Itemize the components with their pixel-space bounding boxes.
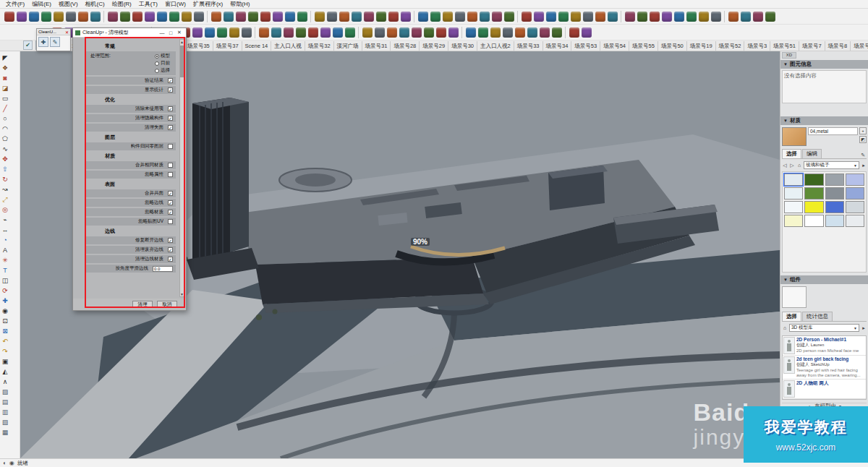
material-swatch[interactable]: [784, 187, 803, 200]
toolbar-icon[interactable]: [504, 12, 514, 22]
scene-tab[interactable]: 场景号52: [716, 41, 745, 51]
toolbar-icon[interactable]: [448, 27, 459, 38]
toolbar-icon[interactable]: [490, 27, 501, 38]
materials-tab-select[interactable]: 选择: [782, 149, 801, 158]
toolbar-icon[interactable]: [387, 27, 397, 38]
toolbar-icon[interactable]: [333, 27, 343, 38]
material-swatch[interactable]: [784, 173, 803, 186]
toolbar-icon[interactable]: [320, 27, 331, 38]
radio-icon[interactable]: [155, 69, 159, 73]
material-swatch[interactable]: [825, 187, 844, 200]
shaded-style-icon[interactable]: ▧: [1, 418, 10, 427]
material-swatch[interactable]: [784, 215, 803, 227]
checkbox-icon[interactable]: ✓: [168, 106, 173, 111]
dialog-option-row[interactable]: 清理边线材质✓: [86, 255, 176, 263]
dimension-tool-icon[interactable]: ↔: [1, 226, 10, 235]
paint-brush-icon[interactable]: ✎: [859, 153, 867, 158]
toolbar-icon[interactable]: [17, 12, 27, 22]
toolbar-icon[interactable]: [145, 12, 155, 22]
menu-item[interactable]: 编辑(E): [28, 0, 55, 8]
toolbar-icon[interactable]: [284, 27, 294, 38]
hidden-line-style-icon[interactable]: ▥: [1, 408, 10, 417]
orbit-tool-icon[interactable]: ⟳: [1, 286, 10, 296]
dialog-option-row[interactable]: 合并共面✓: [86, 189, 176, 197]
dialog-option-row[interactable]: 忽略属性: [86, 171, 176, 179]
toolbar-icon[interactable]: [540, 27, 550, 38]
cleanup-ok-button[interactable]: 清理: [132, 301, 153, 308]
paint-bucket-icon[interactable]: ◙: [1, 74, 10, 83]
toolbar-icon[interactable]: [527, 27, 537, 38]
toolbar-icon[interactable]: [595, 12, 605, 22]
toolbar-icon[interactable]: [728, 12, 739, 22]
material-swatch[interactable]: [784, 201, 803, 213]
text-tool-icon[interactable]: A: [1, 246, 10, 255]
scroll-down-icon[interactable]: ▼: [180, 292, 184, 296]
scene-tab[interactable]: 场景号30: [448, 41, 477, 51]
menu-item[interactable]: 相机(C): [82, 0, 109, 8]
toolbar-icon[interactable]: [308, 27, 318, 38]
menu-item[interactable]: 窗口(W): [161, 0, 190, 8]
look-around-icon[interactable]: ◭: [1, 367, 10, 377]
toolbar-icon[interactable]: [192, 27, 203, 38]
toolbar-icon[interactable]: [260, 12, 271, 22]
toolbar-icon[interactable]: [364, 12, 374, 22]
radio-option[interactable]: 目前: [155, 60, 170, 67]
toolbar-icon[interactable]: [466, 27, 476, 38]
circle-tool-icon[interactable]: ○: [1, 114, 10, 124]
active-material-thumbnail[interactable]: [782, 127, 807, 146]
next-view-icon[interactable]: ↷: [1, 347, 10, 356]
toolbar-icon[interactable]: [194, 12, 204, 22]
toolbar-icon[interactable]: [296, 27, 306, 38]
toolbar-icon[interactable]: [478, 27, 488, 38]
toolbar-icon[interactable]: [571, 12, 581, 22]
close-icon[interactable]: ✕: [65, 30, 69, 35]
scene-tab[interactable]: 场景号32: [305, 41, 334, 51]
entity-info-header[interactable]: ▼ 图元信息: [780, 60, 868, 69]
menu-item[interactable]: 工具(T): [135, 0, 161, 8]
toolbar-icon[interactable]: [625, 12, 635, 22]
material-swatch[interactable]: [846, 173, 864, 186]
cleanup-cancel-button[interactable]: 取消: [157, 301, 177, 308]
radio-icon[interactable]: [155, 54, 159, 59]
rotate-tool-icon[interactable]: ↻: [1, 175, 10, 184]
toolbar-icon[interactable]: [132, 12, 142, 22]
scene-tab[interactable]: 场景号8: [825, 41, 851, 51]
dialog-option-row[interactable]: 清除未使用项✓: [86, 105, 176, 113]
toolbar-icon[interactable]: [608, 12, 618, 22]
previous-view-icon[interactable]: ↶: [1, 337, 10, 346]
create-material-button[interactable]: +: [859, 127, 867, 134]
cleanup-inspect-icon[interactable]: ✎: [50, 37, 60, 47]
toolbar-icon[interactable]: [157, 12, 167, 22]
smooth-angle-input[interactable]: 0.0: [153, 266, 173, 272]
toolbar-icon[interactable]: [455, 12, 465, 22]
toolbar-icon[interactable]: [108, 12, 118, 22]
pan-tool-icon[interactable]: ✚: [1, 296, 10, 306]
checkbox-icon[interactable]: ✓: [168, 78, 173, 83]
menu-item[interactable]: 文件(F): [2, 0, 28, 8]
toolbar-icon[interactable]: [248, 12, 258, 22]
material-swatch[interactable]: [846, 201, 864, 213]
dialog-option-row[interactable]: 忽略贴图UV: [86, 218, 176, 226]
toolbar-icon[interactable]: [753, 12, 763, 22]
scene-tab[interactable]: 主入口人视2: [477, 41, 514, 51]
scene-tab[interactable]: 场景号33: [514, 41, 543, 51]
scroll-up-icon[interactable]: ▲: [180, 40, 184, 44]
toolbar-icon[interactable]: [376, 12, 386, 22]
zoom-window-icon[interactable]: ⊡: [1, 317, 10, 326]
toolbar-icon[interactable]: [399, 27, 409, 38]
scene-tab[interactable]: 场景号29: [420, 41, 448, 51]
scene-tab[interactable]: 场景号7: [799, 41, 825, 51]
geolocation-icon[interactable]: ◐: [3, 460, 7, 466]
toolbar-icon[interactable]: [352, 12, 362, 22]
toolbar-icon[interactable]: [29, 12, 39, 22]
materials-header[interactable]: ▼ 材质: [780, 116, 868, 125]
credits-icon[interactable]: ◉: [9, 460, 14, 466]
toolbar-icon[interactable]: [217, 27, 227, 38]
toolbar-icon[interactable]: [515, 27, 525, 38]
toolbar-icon[interactable]: [229, 27, 239, 38]
back-arrow-icon[interactable]: ◁: [782, 163, 788, 168]
toolbar-icon[interactable]: [362, 27, 373, 38]
toolbar-icon[interactable]: [522, 12, 532, 22]
material-swatch[interactable]: [846, 215, 864, 227]
toolbar-icon[interactable]: [182, 12, 192, 22]
